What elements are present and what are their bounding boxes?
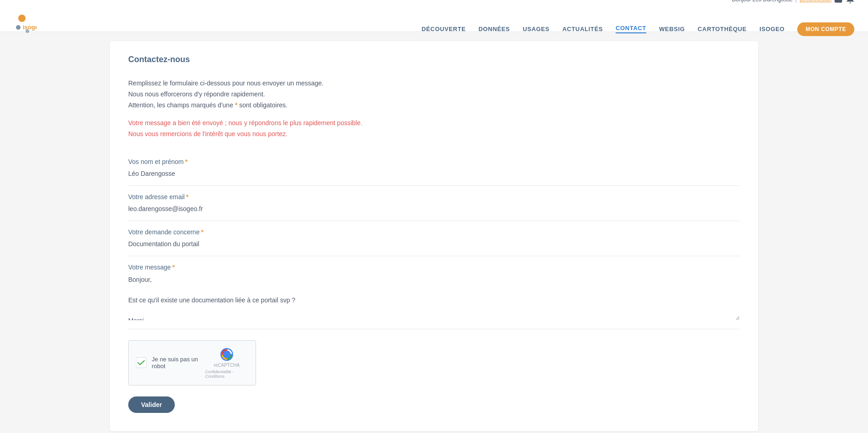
page-title: Contactez-nous <box>128 55 740 64</box>
form-group-subject: Votre demande concerne* <box>128 221 740 256</box>
logo[interactable]: isogeo <box>14 14 37 37</box>
main-nav: DÉCOUVERTE DONNÉES USAGES ACTUALITÉS CON… <box>422 22 854 36</box>
captcha-box[interactable]: Je ne suis pas un robot reCAPTCHA Confid… <box>128 340 256 385</box>
mon-compte-button[interactable]: MON COMPTE <box>797 22 854 36</box>
success-line2: Nous vous remercions de l'intérêt que vo… <box>128 129 740 140</box>
bell-icon[interactable] <box>846 0 854 4</box>
svg-text:isogeo: isogeo <box>23 24 37 31</box>
nav-usages[interactable]: USAGES <box>523 26 549 32</box>
captcha-right: reCAPTCHA Confidentialité - Conditions <box>205 347 249 379</box>
name-input[interactable] <box>128 169 740 178</box>
email-label: Votre adresse email* <box>128 193 740 201</box>
message-textarea[interactable]: Bonjour, Est ce qu'il existe une documen… <box>128 275 740 320</box>
separator: | <box>795 0 797 3</box>
form-group-email: Votre adresse email* <box>128 186 740 221</box>
recaptcha-logo <box>220 347 234 362</box>
intro-line1: Remplissez le formulaire ci-dessous pour… <box>128 78 740 89</box>
intro-line3-before: Attention, les champs marqués d'une <box>128 101 235 109</box>
logout-link[interactable]: Déconnexion <box>800 0 831 3</box>
subject-input[interactable] <box>128 239 740 248</box>
svg-rect-0 <box>835 0 842 2</box>
form-group-name: Vos nom et prénom* <box>128 151 740 186</box>
header-nav-row: isogeo DÉCOUVERTE DONNÉES USAGES ACTUALI… <box>14 5 854 37</box>
nav-donnees[interactable]: DONNÉES <box>479 26 510 32</box>
svg-point-2 <box>16 25 21 30</box>
nav-contact[interactable]: CONTACT <box>616 25 646 33</box>
main-content: Contactez-nous Remplissez le formulaire … <box>96 32 772 433</box>
envelope-icon[interactable] <box>834 0 842 4</box>
contact-form: Vos nom et prénom* Votre adresse email* … <box>128 151 740 413</box>
intro-line2: Nous nous efforcerons d'y répondre rapid… <box>128 89 740 100</box>
user-greeting: Bonjour Léo Darengosse <box>732 0 793 3</box>
message-label: Votre message* <box>128 264 740 271</box>
nav-cartotheque[interactable]: CARTOTHÈQUE <box>698 26 747 32</box>
captcha-links[interactable]: Confidentialité - Conditions <box>205 370 249 379</box>
nav-actualites[interactable]: ACTUALITÉS <box>562 26 603 32</box>
nav-websig[interactable]: WEBSIG <box>659 26 685 32</box>
captcha-brand: reCAPTCHA <box>214 363 240 368</box>
captcha-check-icon <box>136 357 146 369</box>
header-user-row: Bonjour Léo Darengosse | Déconnexion <box>14 0 854 4</box>
form-group-message: Votre message* Bonjour, Est ce qu'il exi… <box>128 256 740 329</box>
submit-button[interactable]: Valider <box>128 396 175 413</box>
intro-text: Remplissez le formulaire ci-dessous pour… <box>128 78 740 111</box>
intro-line3: Attention, les champs marqués d'une * so… <box>128 100 740 111</box>
email-input[interactable] <box>128 204 740 213</box>
captcha-left: Je ne suis pas un robot <box>136 356 205 370</box>
svg-point-1 <box>18 15 26 22</box>
captcha-label: Je ne suis pas un robot <box>152 356 205 370</box>
header-icons <box>834 0 854 4</box>
subject-label: Votre demande concerne* <box>128 228 740 236</box>
contact-card: Contactez-nous Remplissez le formulaire … <box>110 41 758 431</box>
header-inner: Bonjour Léo Darengosse | Déconnexion <box>14 0 854 37</box>
header: Bonjour Léo Darengosse | Déconnexion <box>0 0 868 32</box>
success-message: Votre message a bien été envoyé ; nous y… <box>128 118 740 140</box>
logo-icon: isogeo <box>14 14 37 37</box>
intro-line3-after: sont obligatoires. <box>237 101 288 109</box>
success-line1: Votre message a bien été envoyé ; nous y… <box>128 118 740 129</box>
name-label: Vos nom et prénom* <box>128 158 740 165</box>
nav-isogeo[interactable]: ISOGEO <box>759 26 784 32</box>
nav-decouverte[interactable]: DÉCOUVERTE <box>422 26 466 32</box>
